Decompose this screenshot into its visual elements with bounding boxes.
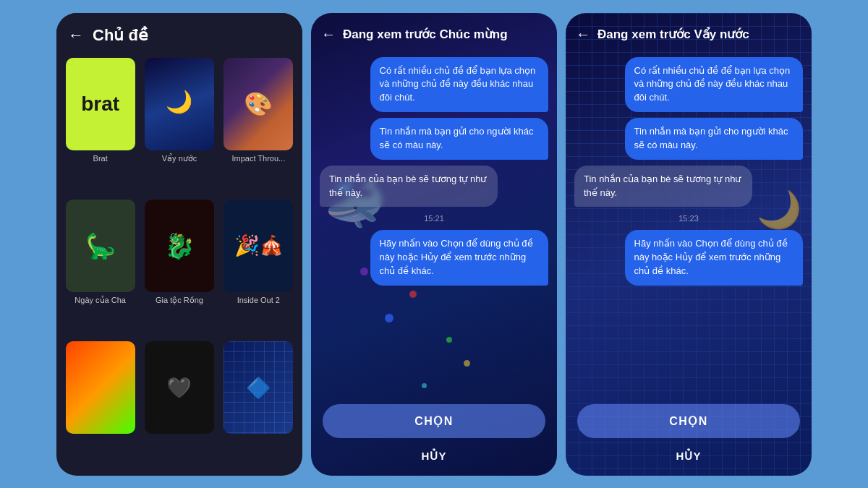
theme-item-impact[interactable]: 🎨 Impact Throu... <box>221 58 297 197</box>
timestamp-2: 15:21 <box>320 214 548 223</box>
theme-item-inside[interactable]: 🎉 Inside Out 2 <box>221 200 297 338</box>
theme-label-impact: Impact Throu... <box>231 154 285 163</box>
preview2-header: ← Đang xem trước Chúc mừng <box>311 13 557 50</box>
bubble-sent-2: Tin nhắn mà bạn gửi cho người khác sẽ có… <box>370 118 548 160</box>
theme-thumb-impact: 🎨 <box>224 58 293 150</box>
bubble3-sent-3: Hãy nhấn vào Chọn để dùng chủ đề này hoặ… <box>625 230 803 286</box>
theme-item-ngaycha[interactable]: Ngày của Cha <box>62 200 138 338</box>
theme-item-vaynuoc[interactable]: Vẩy nước <box>141 58 217 197</box>
bubble-sent-1: Có rất nhiều chủ đề để bạn lựa chọn và n… <box>370 57 548 113</box>
bubble-sent-3: Hãy nhấn vào Chọn để dùng chủ đề này hoặ… <box>370 230 548 286</box>
theme-thumb-vaynuoc <box>145 58 214 150</box>
impact-deco: 🎨 <box>244 90 273 118</box>
theme-thumb-gradient <box>66 341 135 434</box>
themes-grid: brat Brat Vẩy nước 🎨 Impact Throu... Ngà… <box>56 53 302 476</box>
brat-label: brat <box>81 93 119 116</box>
chon-button-2[interactable]: CHỌN <box>323 404 545 438</box>
preview2-back-button[interactable]: ← <box>321 26 336 43</box>
themes-title: Chủ đề <box>93 26 148 45</box>
theme-label-inside: Inside Out 2 <box>237 296 280 304</box>
chat-area-2: Có rất nhiều chủ đề để bạn lựa chọn và n… <box>311 50 557 394</box>
back-button[interactable]: ← <box>68 26 84 45</box>
chon-button-3[interactable]: CHỌN <box>577 404 800 438</box>
theme-item-geo[interactable]: 🔷 <box>221 341 297 471</box>
theme-label-giatoc: Gia tộc Rồng <box>156 296 203 305</box>
action-area-3: CHỌN HỦY <box>566 394 812 476</box>
preview3-title: Đang xem trước Vẩy nước <box>597 27 801 42</box>
huy-button-2[interactable]: HỦY <box>323 444 545 468</box>
action-area-2: CHỌN HỦY <box>311 394 557 476</box>
bubble-received-1: Tin nhắn của bạn bè sẽ tương tự như thế … <box>320 166 498 207</box>
theme-label-brat: Brat <box>93 154 108 163</box>
timestamp-3: 15:23 <box>574 214 803 223</box>
themes-header: ← Chủ đề <box>56 13 302 53</box>
panel-themes: ← Chủ đề brat Brat Vẩy nước 🎨 Impact Thr… <box>56 13 302 476</box>
bubble3-received-1: Tin nhắn của bạn bè sẽ tương tự như thế … <box>574 166 752 207</box>
bubble3-sent-1: Có rất nhiều chủ đề để bạn lựa chọn và n… <box>625 57 803 113</box>
theme-item-brat[interactable]: brat Brat <box>62 58 138 197</box>
theme-thumb-inside: 🎉 <box>224 200 293 292</box>
preview2-title: Đang xem trước Chúc mừng <box>343 27 547 42</box>
preview3-back-button[interactable]: ← <box>576 26 590 43</box>
theme-thumb-geo: 🔷 <box>224 341 293 434</box>
chat-area-3: Có rất nhiều chủ đề để bạn lựa chọn và n… <box>566 50 812 394</box>
panel-preview-vaynuoc: 🌙 ← Đang xem trước Vẩy nước Có rất nhiều… <box>566 13 812 476</box>
panel-preview-chucmung: 🐳 ← Đang xem trước Chúc mừng Có rất nhiề… <box>311 13 557 476</box>
theme-label-vaynuoc: Vẩy nước <box>162 154 197 163</box>
theme-item-giatoc[interactable]: Gia tộc Rồng <box>141 200 217 338</box>
theme-item-gradient[interactable] <box>62 341 138 471</box>
dark-deco: 🖤 <box>166 376 192 400</box>
inside-deco: 🎉 <box>234 234 260 257</box>
bubble3-sent-2: Tin nhắn mà bạn gửi cho người khác sẽ có… <box>625 118 803 160</box>
geo-deco: 🔷 <box>246 376 271 400</box>
theme-thumb-brat: brat <box>66 58 135 150</box>
theme-thumb-giatoc <box>145 200 214 292</box>
huy-button-3[interactable]: HỦY <box>577 444 800 468</box>
theme-item-dark[interactable]: 🖤 <box>141 341 217 471</box>
theme-label-ngaycha: Ngày của Cha <box>75 296 126 305</box>
theme-thumb-ngaycha <box>66 200 135 292</box>
preview3-header: ← Đang xem trước Vẩy nước <box>566 13 812 50</box>
theme-thumb-dark: 🖤 <box>145 341 214 434</box>
